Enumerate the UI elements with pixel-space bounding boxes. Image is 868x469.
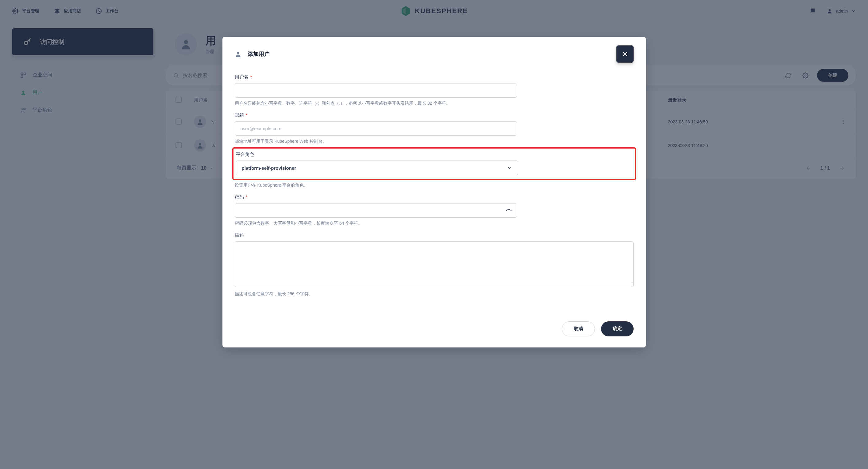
svg-point-18: [237, 52, 239, 54]
ok-button[interactable]: 确定: [601, 321, 633, 336]
username-label: 用户名*: [235, 74, 633, 80]
eye-icon[interactable]: [505, 207, 512, 214]
username-hint: 用户名只能包含小写字母、数字、连字符（-）和句点（.），必须以小写字母或数字开头…: [235, 101, 633, 106]
field-email: 邮箱* 邮箱地址可用于登录 KubeSphere Web 控制台。: [235, 112, 633, 144]
field-description: 描述 描述可包含任意字符，最长 256 个字符。: [235, 232, 633, 297]
close-button[interactable]: [616, 46, 633, 63]
role-highlight: 平台角色 platform-self-provisioner: [232, 147, 636, 180]
modal-header: 添加用户: [222, 37, 646, 71]
email-label: 邮箱*: [235, 112, 633, 118]
cancel-button[interactable]: 取消: [562, 321, 595, 336]
modal-title: 添加用户: [235, 50, 270, 58]
role-hint: 设置用户在 KubeSphere 平台的角色。: [235, 183, 633, 188]
modal-title-text: 添加用户: [248, 50, 270, 58]
description-label: 描述: [235, 232, 633, 238]
modal-overlay: 添加用户 用户名* 用户名只能包含小写字母、数字、连字符（-）和句点（.），必须…: [0, 0, 868, 469]
modal: 添加用户 用户名* 用户名只能包含小写字母、数字、连字符（-）和句点（.），必须…: [222, 37, 646, 348]
role-label: 平台角色: [236, 152, 632, 157]
email-input[interactable]: [235, 121, 517, 136]
description-input[interactable]: [235, 241, 633, 287]
modal-footer: 取消 确定: [222, 312, 646, 348]
password-input[interactable]: [235, 203, 517, 217]
user-icon: [235, 51, 242, 57]
chevron-down-icon: [507, 165, 513, 171]
description-hint: 描述可包含任意字符，最长 256 个字符。: [235, 291, 633, 297]
password-label: 密码*: [235, 194, 633, 200]
field-password: 密码* 密码必须包含数字、大写字母和小写字母，长度为 8 至 64 个字符。: [235, 194, 633, 226]
username-input[interactable]: [235, 83, 517, 97]
field-username: 用户名* 用户名只能包含小写字母、数字、连字符（-）和句点（.），必须以小写字母…: [235, 74, 633, 106]
modal-body: 用户名* 用户名只能包含小写字母、数字、连字符（-）和句点（.），必须以小写字母…: [222, 71, 646, 312]
password-hint: 密码必须包含数字、大写字母和小写字母，长度为 8 至 64 个字符。: [235, 221, 633, 226]
role-select[interactable]: platform-self-provisioner: [236, 160, 518, 175]
field-role: 平台角色 platform-self-provisioner: [236, 152, 632, 175]
email-hint: 邮箱地址可用于登录 KubeSphere Web 控制台。: [235, 139, 633, 144]
role-value: platform-self-provisioner: [242, 166, 297, 171]
